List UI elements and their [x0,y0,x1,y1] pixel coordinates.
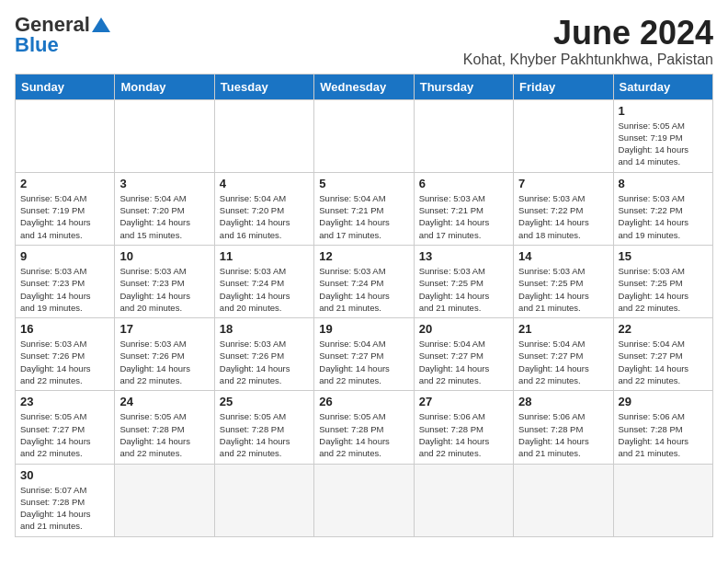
calendar-cell: 27Sunrise: 5:06 AM Sunset: 7:28 PM Dayli… [414,391,513,464]
day-number: 3 [119,177,209,190]
day-number: 26 [319,395,408,408]
weekday-header-tuesday: Tuesday [214,74,313,99]
weekday-header-thursday: Thursday [414,74,513,99]
day-info: Sunrise: 5:04 AM Sunset: 7:27 PM Dayligh… [518,338,608,386]
day-number: 21 [518,322,608,336]
day-info: Sunrise: 5:03 AM Sunset: 7:23 PM Dayligh… [20,265,109,314]
day-info: Sunrise: 5:04 AM Sunset: 7:27 PM Dayligh… [419,338,508,386]
day-info: Sunrise: 5:05 AM Sunset: 7:27 PM Dayligh… [20,410,109,459]
day-number: 14 [518,249,608,263]
calendar-cell: 21Sunrise: 5:04 AM Sunset: 7:27 PM Dayli… [514,318,613,391]
calendar-cell: 25Sunrise: 5:05 AM Sunset: 7:28 PM Dayli… [214,391,313,464]
calendar-week-row: 30Sunrise: 5:07 AM Sunset: 7:28 PM Dayli… [16,464,713,536]
calendar-cell: 12Sunrise: 5:03 AM Sunset: 7:24 PM Dayli… [314,245,414,317]
calendar-cell [16,99,115,172]
day-number: 7 [518,177,608,190]
calendar-cell: 24Sunrise: 5:05 AM Sunset: 7:28 PM Dayli… [115,391,214,464]
logo-blue: Blue [15,35,59,55]
logo: General Blue [15,15,110,55]
calendar-cell: 30Sunrise: 5:07 AM Sunset: 7:28 PM Dayli… [16,464,115,536]
calendar-cell: 1Sunrise: 5:05 AM Sunset: 7:19 PM Daylig… [613,99,712,172]
calendar-cell: 20Sunrise: 5:04 AM Sunset: 7:27 PM Dayli… [414,318,513,391]
day-info: Sunrise: 5:04 AM Sunset: 7:27 PM Dayligh… [319,338,408,386]
day-info: Sunrise: 5:03 AM Sunset: 7:26 PM Dayligh… [119,338,209,386]
day-info: Sunrise: 5:03 AM Sunset: 7:26 PM Dayligh… [20,338,109,386]
month-title: June 2024 [463,15,713,52]
day-number: 6 [419,177,508,190]
calendar-cell: 11Sunrise: 5:03 AM Sunset: 7:24 PM Dayli… [214,245,313,317]
day-number: 1 [619,104,708,118]
location-title: Kohat, Khyber Pakhtunkhwa, Pakistan [463,52,713,68]
calendar-cell [514,464,613,536]
day-number: 18 [220,322,309,336]
calendar-cell: 17Sunrise: 5:03 AM Sunset: 7:26 PM Dayli… [115,318,214,391]
calendar-cell: 23Sunrise: 5:05 AM Sunset: 7:27 PM Dayli… [16,391,115,464]
calendar-header-row: SundayMondayTuesdayWednesdayThursdayFrid… [16,74,713,99]
day-info: Sunrise: 5:04 AM Sunset: 7:21 PM Dayligh… [319,192,408,241]
day-info: Sunrise: 5:06 AM Sunset: 7:28 PM Dayligh… [619,410,708,459]
day-number: 30 [20,468,109,482]
day-number: 23 [20,395,109,408]
calendar-cell [115,464,214,536]
day-number: 4 [220,177,309,190]
day-info: Sunrise: 5:07 AM Sunset: 7:28 PM Dayligh… [20,484,109,533]
calendar-cell: 4Sunrise: 5:04 AM Sunset: 7:20 PM Daylig… [214,172,313,245]
weekday-header-sunday: Sunday [16,74,115,99]
day-info: Sunrise: 5:05 AM Sunset: 7:28 PM Dayligh… [119,410,209,459]
day-number: 12 [319,249,408,263]
day-number: 19 [319,322,408,336]
weekday-header-saturday: Saturday [613,74,712,99]
calendar-cell: 26Sunrise: 5:05 AM Sunset: 7:28 PM Dayli… [314,391,414,464]
day-number: 24 [119,395,209,408]
calendar-cell [314,464,414,536]
day-info: Sunrise: 5:03 AM Sunset: 7:23 PM Dayligh… [119,265,209,314]
day-info: Sunrise: 5:06 AM Sunset: 7:28 PM Dayligh… [518,410,608,459]
logo-triangle-icon [92,17,110,32]
day-info: Sunrise: 5:05 AM Sunset: 7:28 PM Dayligh… [220,410,309,459]
calendar-cell [514,99,613,172]
day-number: 29 [619,395,708,408]
day-number: 2 [20,177,109,190]
calendar-cell [414,99,513,172]
calendar-cell: 28Sunrise: 5:06 AM Sunset: 7:28 PM Dayli… [514,391,613,464]
day-info: Sunrise: 5:03 AM Sunset: 7:22 PM Dayligh… [619,192,708,241]
day-info: Sunrise: 5:05 AM Sunset: 7:28 PM Dayligh… [319,410,408,459]
day-info: Sunrise: 5:04 AM Sunset: 7:19 PM Dayligh… [20,192,109,241]
calendar-cell: 5Sunrise: 5:04 AM Sunset: 7:21 PM Daylig… [314,172,414,245]
day-info: Sunrise: 5:04 AM Sunset: 7:20 PM Dayligh… [119,192,209,241]
day-number: 10 [119,249,209,263]
calendar-cell [214,464,313,536]
day-info: Sunrise: 5:03 AM Sunset: 7:24 PM Dayligh… [220,265,309,314]
day-number: 17 [119,322,209,336]
calendar-cell: 10Sunrise: 5:03 AM Sunset: 7:23 PM Dayli… [115,245,214,317]
calendar-table: SundayMondayTuesdayWednesdayThursdayFrid… [15,74,713,537]
day-number: 16 [20,322,109,336]
calendar-cell: 16Sunrise: 5:03 AM Sunset: 7:26 PM Dayli… [16,318,115,391]
day-number: 8 [619,177,708,190]
calendar-cell: 29Sunrise: 5:06 AM Sunset: 7:28 PM Dayli… [613,391,712,464]
day-number: 25 [220,395,309,408]
calendar-cell: 18Sunrise: 5:03 AM Sunset: 7:26 PM Dayli… [214,318,313,391]
day-info: Sunrise: 5:04 AM Sunset: 7:20 PM Dayligh… [220,192,309,241]
day-info: Sunrise: 5:03 AM Sunset: 7:21 PM Dayligh… [419,192,508,241]
day-number: 27 [419,395,508,408]
day-info: Sunrise: 5:03 AM Sunset: 7:24 PM Dayligh… [319,265,408,314]
calendar-cell [414,464,513,536]
calendar-cell: 15Sunrise: 5:03 AM Sunset: 7:25 PM Dayli… [613,245,712,317]
day-info: Sunrise: 5:04 AM Sunset: 7:27 PM Dayligh… [619,338,708,386]
calendar-cell: 2Sunrise: 5:04 AM Sunset: 7:19 PM Daylig… [16,172,115,245]
calendar-cell: 6Sunrise: 5:03 AM Sunset: 7:21 PM Daylig… [414,172,513,245]
weekday-header-wednesday: Wednesday [314,74,414,99]
calendar-cell: 8Sunrise: 5:03 AM Sunset: 7:22 PM Daylig… [613,172,712,245]
day-number: 28 [518,395,608,408]
calendar-cell: 13Sunrise: 5:03 AM Sunset: 7:25 PM Dayli… [414,245,513,317]
calendar-cell: 14Sunrise: 5:03 AM Sunset: 7:25 PM Dayli… [514,245,613,317]
calendar-cell: 19Sunrise: 5:04 AM Sunset: 7:27 PM Dayli… [314,318,414,391]
weekday-header-friday: Friday [514,74,613,99]
day-number: 13 [419,249,508,263]
day-number: 20 [419,322,508,336]
calendar-cell: 22Sunrise: 5:04 AM Sunset: 7:27 PM Dayli… [613,318,712,391]
logo-general: General [15,15,90,35]
day-number: 5 [319,177,408,190]
calendar-cell: 7Sunrise: 5:03 AM Sunset: 7:22 PM Daylig… [514,172,613,245]
